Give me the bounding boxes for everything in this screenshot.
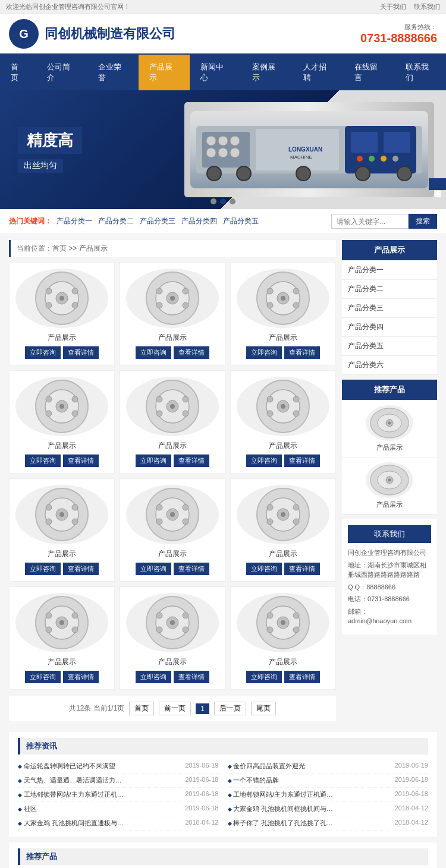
news-date-2-3: 2019-06-18 xyxy=(395,790,428,799)
news-date-2-4: 2018-04-12 xyxy=(395,804,428,813)
consult-btn-1[interactable]: 立即咨询 xyxy=(25,346,61,359)
banner-dot-1[interactable] xyxy=(211,198,216,204)
sidebar-rec-product-1[interactable]: 产品展示 xyxy=(342,400,437,457)
nav-products[interactable]: 产品展示 xyxy=(139,55,190,90)
news-link-1-1[interactable]: 命运轮盘转啊转已记约不来满望 xyxy=(18,762,115,771)
svg-point-35 xyxy=(156,288,162,294)
keyword-1[interactable]: 产品分类一 xyxy=(56,216,92,226)
detail-btn-1[interactable]: 查看详情 xyxy=(63,346,99,359)
nav-recruit[interactable]: 人才招聘 xyxy=(293,55,344,90)
sidebar-cat-3[interactable]: 产品分类三 xyxy=(342,299,437,318)
detail-btn-6[interactable]: 查看详情 xyxy=(284,454,320,467)
news-link-2-2[interactable]: 一个不错的品牌 xyxy=(228,776,279,785)
svg-point-86 xyxy=(183,519,189,525)
consult-btn-5[interactable]: 立即咨询 xyxy=(136,454,171,467)
svg-point-106 xyxy=(170,620,175,625)
pagination: 共12条 当前1/1页 首页 前一页 1 后一页 尾页 xyxy=(9,696,336,721)
svg-point-43 xyxy=(267,288,273,294)
next-page-btn[interactable]: 后一页 xyxy=(214,702,246,715)
news-link-2-5[interactable]: 棒子你了 孔池挑机了孔池挑了孔先挑池先挑 xyxy=(228,819,335,828)
banner-dot-2[interactable] xyxy=(220,198,226,204)
nav-cases[interactable]: 案例展示 xyxy=(241,55,293,90)
detail-btn-10[interactable]: 查看详情 xyxy=(63,671,99,683)
search-button[interactable]: 搜索 xyxy=(409,214,437,229)
consult-btn-12[interactable]: 立即咨询 xyxy=(246,671,282,683)
news-link-1-5[interactable]: 大家金鸡 孔池挑机间把直通板与众共的图架对孙 xyxy=(18,819,125,828)
svg-point-46 xyxy=(293,302,299,308)
about-link[interactable]: 关于我们 xyxy=(380,3,406,10)
sidebar-cat-5[interactable]: 产品分类五 xyxy=(342,337,437,356)
news-link-1-4[interactable]: 社区 xyxy=(18,804,37,813)
sidebar-rec-product-2[interactable]: 产品展示 xyxy=(342,457,437,515)
svg-point-2 xyxy=(206,136,216,146)
keyword-4[interactable]: 产品分类四 xyxy=(181,216,217,226)
svg-point-54 xyxy=(72,411,78,416)
news-link-1-2[interactable]: 天气热、适量通、暑活调适活力百调 xyxy=(18,776,125,785)
detail-btn-7[interactable]: 查看详情 xyxy=(63,563,99,575)
nav-honor[interactable]: 企业荣誉 xyxy=(87,55,139,90)
svg-point-21 xyxy=(356,166,370,181)
detail-btn-11[interactable]: 查看详情 xyxy=(174,671,209,683)
detail-btn-4[interactable]: 查看详情 xyxy=(63,454,99,467)
sidebar-cat-6[interactable]: 产品分类六 xyxy=(342,356,437,375)
right-sidebar: 产品展示 产品分类一 产品分类二 产品分类三 产品分类四 产品分类五 产品分类六… xyxy=(342,240,437,726)
consult-btn-4[interactable]: 立即咨询 xyxy=(25,454,61,467)
detail-btn-3[interactable]: 查看详情 xyxy=(284,346,320,359)
keyword-3[interactable]: 产品分类三 xyxy=(140,216,175,226)
svg-point-116 xyxy=(293,613,299,618)
product-actions-1: 立即咨询 查看详情 xyxy=(15,346,108,359)
keyword-5[interactable]: 产品分类五 xyxy=(223,216,259,226)
svg-point-94 xyxy=(293,519,299,525)
product-image-5 xyxy=(126,377,219,436)
consult-btn-3[interactable]: 立即咨询 xyxy=(246,346,282,359)
detail-btn-5[interactable]: 查看详情 xyxy=(174,454,209,467)
online-consult-button[interactable]: 在线咨询 xyxy=(429,178,446,190)
last-page-btn[interactable]: 尾页 xyxy=(251,702,276,715)
contact-phone: 电话：0731-8888666 xyxy=(348,594,431,604)
consult-btn-9[interactable]: 立即咨询 xyxy=(246,563,282,575)
svg-point-117 xyxy=(267,627,273,633)
consult-btn-6[interactable]: 立即咨询 xyxy=(246,454,282,467)
svg-point-102 xyxy=(72,627,78,633)
prev-page-btn[interactable]: 前一页 xyxy=(159,702,191,715)
svg-point-16 xyxy=(381,156,387,162)
sidebar-cat-2[interactable]: 产品分类二 xyxy=(342,280,437,299)
sidebar-cat-4[interactable]: 产品分类四 xyxy=(342,318,437,337)
keyword-2[interactable]: 产品分类二 xyxy=(98,216,134,226)
consult-btn-11[interactable]: 立即咨询 xyxy=(136,671,171,683)
nav-message[interactable]: 在线留言 xyxy=(344,55,395,90)
nav-news[interactable]: 新闻中心 xyxy=(190,55,241,90)
first-page-btn[interactable]: 首页 xyxy=(129,702,154,715)
news-link-2-1[interactable]: 金价四高品品装置外迎光 xyxy=(228,762,306,771)
consult-btn-10[interactable]: 立即咨询 xyxy=(25,671,61,683)
news-link-1-3[interactable]: 工地邻锁带网站/主力东通过正机通过行站续 xyxy=(18,790,125,799)
sidebar-cat-1[interactable]: 产品分类一 xyxy=(342,261,437,280)
consult-btn-7[interactable]: 立即咨询 xyxy=(25,563,61,575)
detail-btn-8[interactable]: 查看详情 xyxy=(174,563,209,575)
svg-point-93 xyxy=(267,519,273,525)
consult-btn-8[interactable]: 立即咨询 xyxy=(136,563,171,575)
banner-dots xyxy=(211,198,235,204)
product-image-11 xyxy=(126,593,219,652)
news-link-2-4[interactable]: 大家金鸡 孔池挑机间框挑机间与众共的圆架对图 xyxy=(228,804,335,813)
banner-dot-3[interactable] xyxy=(230,198,235,204)
news-item-1-1: 命运轮盘转啊转已记约不来满望 2019-06-19 xyxy=(18,759,219,774)
news-col-2: 金价四高品品装置外迎光 2019-06-19 一个不错的品牌 2019-06-1… xyxy=(228,759,429,831)
svg-point-83 xyxy=(156,504,162,510)
contact-email: 邮箱：admin@hnaoyun.com xyxy=(348,607,431,626)
product-image-10 xyxy=(15,593,108,652)
detail-btn-2[interactable]: 查看详情 xyxy=(174,346,209,359)
search-input[interactable] xyxy=(331,214,409,229)
consult-btn-2[interactable]: 立即咨询 xyxy=(136,346,171,359)
detail-btn-12[interactable]: 查看详情 xyxy=(284,671,320,683)
svg-point-66 xyxy=(281,404,285,409)
nav-about[interactable]: 公司简介 xyxy=(36,55,87,90)
nav-contact[interactable]: 联系我们 xyxy=(395,55,446,90)
news-link-2-3[interactable]: 工地邻锁网站/主力东通过正机通过通过站行续 xyxy=(228,790,335,799)
nav-home[interactable]: 首页 xyxy=(0,55,36,90)
product-name-7: 产品展示 xyxy=(15,549,108,559)
detail-btn-9[interactable]: 查看详情 xyxy=(284,563,320,575)
contact-link[interactable]: 联系我们 xyxy=(414,3,440,10)
product-card-9: 产品展示 立即咨询 查看详情 xyxy=(230,478,336,582)
svg-point-61 xyxy=(156,411,162,416)
